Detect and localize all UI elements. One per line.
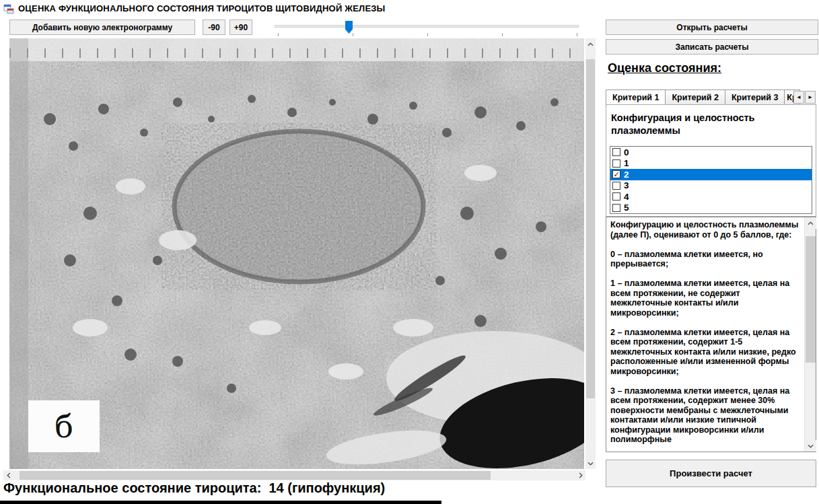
image-trackbar[interactable] bbox=[273, 20, 581, 37]
tab-criterion-2[interactable]: Критерий 2 bbox=[665, 89, 725, 105]
criterion-title: Конфигурация и целостность плазмолеммы bbox=[611, 112, 811, 137]
add-electronogram-button[interactable]: Добавить новую электронограмму bbox=[9, 20, 195, 35]
tab-criterion-3[interactable]: Критерий 3 bbox=[725, 89, 785, 105]
score-row-1[interactable]: 1 bbox=[610, 158, 812, 170]
checkbox-unchecked-icon[interactable] bbox=[612, 192, 620, 201]
window-title: ОЦЕНКА ФУНКЦИОНАЛЬНОГО СОСТОЯНИЯ ТИРОЦИТ… bbox=[18, 3, 386, 13]
description-paragraph: 0 – плазмолемма клетки имеется, но преры… bbox=[610, 250, 803, 269]
score-checked-listbox[interactable]: 0 1 ✓ 2 3 4 5 bbox=[610, 146, 812, 214]
trackbar-tick bbox=[427, 33, 428, 36]
tab-scroll-buttons: ◄ ► bbox=[793, 91, 816, 104]
trackbar-tick bbox=[502, 33, 503, 36]
criterion-description-box[interactable]: Конфигурацию и целостность плазмолеммы (… bbox=[606, 217, 816, 452]
image-horizontal-scrollbar[interactable] bbox=[3, 470, 585, 480]
tab-criterion-1[interactable]: Критерий 1 bbox=[606, 89, 666, 105]
figure-label-text: б bbox=[55, 408, 73, 445]
criterion-tab-panel: Конфигурация и целостность плазмолеммы 0… bbox=[606, 104, 816, 217]
rotate-plus-90-button[interactable]: +90 bbox=[229, 20, 252, 35]
trackbar-tick bbox=[278, 33, 279, 36]
checkbox-unchecked-icon[interactable] bbox=[612, 182, 620, 190]
scroll-down-icon[interactable] bbox=[805, 440, 816, 452]
criterion-description-text: Конфигурацию и целостность плазмолеммы (… bbox=[606, 217, 804, 452]
score-label: 3 bbox=[624, 180, 629, 190]
trackbar-tick bbox=[353, 33, 353, 36]
score-row-3[interactable]: 3 bbox=[610, 180, 812, 192]
checkbox-unchecked-icon[interactable] bbox=[612, 159, 620, 168]
description-paragraph: 1 – плазмолемма клетки имеется, целая на… bbox=[610, 279, 803, 318]
description-scrollbar-thumb[interactable] bbox=[806, 236, 816, 363]
score-label: 5 bbox=[624, 203, 629, 213]
score-label: 1 bbox=[624, 158, 629, 168]
description-paragraph: 3 – плазмолемма клетки имеется, целая на… bbox=[610, 386, 803, 445]
criteria-tabstrip: Критерий 1 Критерий 2 Критерий 3 Кр ◄ ► bbox=[606, 89, 816, 105]
trackbar-tick bbox=[577, 33, 577, 36]
open-calculations-button[interactable]: Открыть расчеты bbox=[606, 20, 818, 35]
score-label: 0 bbox=[624, 147, 629, 157]
tab-scroll-left-icon[interactable]: ◄ bbox=[793, 91, 804, 104]
trackbar-track[interactable] bbox=[275, 25, 579, 28]
score-label: 4 bbox=[624, 192, 629, 202]
rotate-minus-90-button[interactable]: -90 bbox=[203, 20, 225, 35]
trackbar-thumb[interactable] bbox=[345, 21, 353, 34]
score-row-2[interactable]: ✓ 2 bbox=[610, 169, 812, 180]
scroll-up-icon[interactable] bbox=[585, 38, 596, 50]
score-row-0[interactable]: 0 bbox=[610, 147, 812, 158]
app-icon bbox=[3, 3, 14, 14]
electron-micrograph-image: б bbox=[9, 38, 584, 469]
score-row-5[interactable]: 5 bbox=[610, 203, 812, 214]
scroll-down-icon[interactable] bbox=[585, 458, 596, 469]
vertical-scrollbar-thumb[interactable] bbox=[586, 59, 595, 398]
scroll-right-icon[interactable] bbox=[575, 470, 585, 480]
description-vertical-scrollbar[interactable] bbox=[804, 217, 816, 452]
score-row-4[interactable]: 4 bbox=[610, 191, 812, 203]
bottom-black-bar bbox=[0, 501, 441, 504]
figure-label: б bbox=[28, 400, 100, 452]
tab-scroll-right-icon[interactable]: ► bbox=[805, 91, 816, 104]
calculate-button[interactable]: Произвести расчет bbox=[606, 460, 816, 487]
description-paragraph: Конфигурацию и целостность плазмолеммы (… bbox=[610, 220, 803, 240]
assessment-heading: Оценка состояния: bbox=[608, 61, 721, 75]
checkbox-checked-icon[interactable]: ✓ bbox=[612, 170, 620, 178]
image-vertical-scrollbar[interactable] bbox=[585, 38, 596, 469]
checkbox-unchecked-icon[interactable] bbox=[612, 148, 620, 156]
checkbox-unchecked-icon[interactable] bbox=[612, 204, 620, 212]
scroll-left-icon[interactable] bbox=[3, 470, 13, 480]
horizontal-scrollbar-thumb[interactable] bbox=[20, 471, 491, 480]
score-label: 2 bbox=[624, 170, 629, 180]
save-calculations-button[interactable]: Записать расчеты bbox=[606, 39, 818, 55]
window-titlebar: ОЦЕНКА ФУНКЦИОНАЛЬНОГО СОСТОЯНИЯ ТИРОЦИТ… bbox=[0, 0, 819, 17]
scroll-up-icon[interactable] bbox=[805, 217, 816, 229]
description-paragraph: 2 – плазмолемма клетки имеется, целая на… bbox=[610, 328, 803, 377]
status-result-text: Функциональное состояние тироцита: 14 (г… bbox=[3, 480, 385, 496]
